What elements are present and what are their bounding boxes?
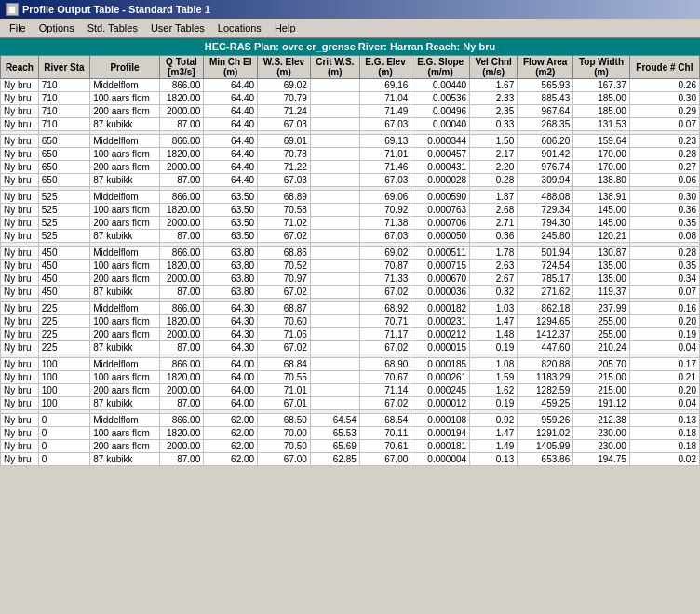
- table-cell: 70.50: [258, 440, 311, 453]
- table-cell: 100 aars flom: [90, 427, 159, 440]
- table-cell: 1820.00: [159, 427, 204, 440]
- table-cell: [310, 302, 359, 315]
- table-cell: 866.00: [159, 302, 204, 315]
- table-cell: 0.000015: [411, 341, 470, 354]
- table-row: Ny bru65087 kubikk87.0064.4067.0367.030.…: [1, 174, 700, 187]
- table-row: Ny bru450100 aars flom1820.0063.8070.527…: [1, 260, 700, 273]
- table-cell: 100 aars flom: [90, 204, 159, 217]
- table-cell: 1.47: [470, 315, 518, 328]
- table-cell: 131.53: [573, 118, 630, 131]
- table-cell: 100: [38, 358, 89, 371]
- table-cell: Middelflom: [90, 358, 159, 371]
- table-cell: 0.30: [629, 191, 699, 204]
- table-cell: 0: [38, 453, 89, 466]
- table-row: Ny bru100200 aars flom2000.0064.0071.017…: [1, 384, 700, 397]
- table-cell: 2.33: [470, 92, 518, 105]
- menu-options[interactable]: Options: [34, 20, 80, 35]
- table-cell: 71.38: [359, 217, 411, 230]
- table-cell: 1820.00: [159, 371, 204, 384]
- table-cell: 2.35: [470, 105, 518, 118]
- table-cell: 215.00: [573, 371, 630, 384]
- table-cell: [310, 105, 359, 118]
- table-cell: 71.14: [359, 384, 411, 397]
- table-cell: 0.16: [629, 302, 699, 315]
- menu-std-tables[interactable]: Std. Tables: [82, 20, 143, 35]
- table-cell: 185.00: [573, 92, 630, 105]
- table-cell: 1.03: [470, 302, 518, 315]
- table-cell: 69.13: [359, 135, 411, 148]
- table-cell: 64.40: [204, 92, 258, 105]
- table-cell: 1.59: [470, 371, 518, 384]
- table-cell: 0.000181: [411, 440, 470, 453]
- col-top-width: Top Width(m): [573, 56, 630, 79]
- table-cell: 0.21: [629, 371, 699, 384]
- col-q-total: Q Total[m3/s]: [159, 56, 204, 79]
- menu-file[interactable]: File: [4, 20, 32, 35]
- table-row: Ny bru710200 aars flom2000.0064.4071.247…: [1, 105, 700, 118]
- table-cell: 70.67: [359, 371, 411, 384]
- table-cell: 2000.00: [159, 105, 204, 118]
- table-cell: 135.00: [573, 260, 630, 273]
- table-row: Ny bru100100 aars flom1820.0064.0070.557…: [1, 371, 700, 384]
- table-cell: Ny bru: [1, 217, 39, 230]
- menu-locations[interactable]: Locations: [212, 20, 267, 35]
- table-cell: 2000.00: [159, 161, 204, 174]
- table-cell: 64.40: [204, 161, 258, 174]
- table-cell: 212.38: [573, 414, 630, 427]
- table-cell: [310, 341, 359, 354]
- table-cell: 1820.00: [159, 315, 204, 328]
- table-cell: 1412.37: [518, 328, 573, 341]
- table-cell: 67.02: [359, 286, 411, 299]
- table-cell: 1.50: [470, 135, 518, 148]
- table-cell: [310, 247, 359, 260]
- table-cell: Middelflom: [90, 247, 159, 260]
- table-cell: 68.92: [359, 302, 411, 315]
- table-cell: 100: [38, 384, 89, 397]
- table-cell: 200 aars flom: [90, 440, 159, 453]
- table-cell: 225: [38, 302, 89, 315]
- table-cell: 200 aars flom: [90, 273, 159, 286]
- table-row: Ny bru650200 aars flom2000.0064.4071.227…: [1, 161, 700, 174]
- table-cell: 70.55: [258, 371, 311, 384]
- table-cell: Ny bru: [1, 161, 39, 174]
- table-cell: Middelflom: [90, 79, 159, 92]
- col-crit-ws: Crit W.S.(m): [310, 56, 359, 79]
- table-cell: 67.00: [258, 453, 311, 466]
- table-cell: 87.00: [159, 453, 204, 466]
- table-cell: Ny bru: [1, 260, 39, 273]
- table-cell: 71.22: [258, 161, 311, 174]
- table-cell: 215.00: [573, 384, 630, 397]
- table-cell: 1820.00: [159, 92, 204, 105]
- table-row: Ny bru10087 kubikk87.0064.0067.0167.020.…: [1, 397, 700, 410]
- table-cell: 606.20: [518, 135, 573, 148]
- title-bar: ▦ Profile Output Table - Standard Table …: [0, 0, 700, 19]
- table-cell: 64.40: [204, 118, 258, 131]
- table-cell: 1.08: [470, 358, 518, 371]
- table-cell: [310, 174, 359, 187]
- table-cell: 67.02: [359, 341, 411, 354]
- table-cell: [310, 260, 359, 273]
- menu-user-tables[interactable]: User Tables: [145, 20, 210, 35]
- table-cell: 0.000182: [411, 302, 470, 315]
- table-cell: 255.00: [573, 328, 630, 341]
- menu-help[interactable]: Help: [269, 20, 302, 35]
- table-cell: 67.02: [258, 286, 311, 299]
- table-cell: [310, 328, 359, 341]
- table-cell: 69.02: [258, 79, 311, 92]
- table-cell: 67.00: [359, 453, 411, 466]
- table-cell: 0.26: [629, 79, 699, 92]
- table-cell: 0.27: [629, 161, 699, 174]
- table-cell: 200 aars flom: [90, 217, 159, 230]
- table-cell: 0.000012: [411, 397, 470, 410]
- table-cell: 64.00: [204, 384, 258, 397]
- table-cell: 64.40: [204, 105, 258, 118]
- table-cell: 1.62: [470, 384, 518, 397]
- table-container[interactable]: Reach River Sta Profile Q Total[m3/s] Mi…: [0, 55, 700, 466]
- menu-bar: File Options Std. Tables User Tables Loc…: [0, 19, 700, 38]
- table-cell: 100: [38, 371, 89, 384]
- table-cell: [310, 315, 359, 328]
- table-cell: 0.000245: [411, 384, 470, 397]
- table-cell: 0.000194: [411, 427, 470, 440]
- table-cell: 100 aars flom: [90, 371, 159, 384]
- table-cell: 0.000590: [411, 191, 470, 204]
